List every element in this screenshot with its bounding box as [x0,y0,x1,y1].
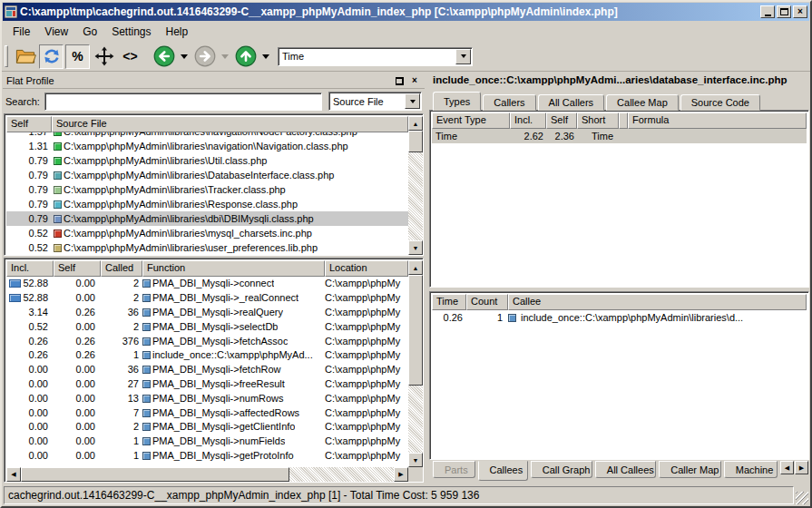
tab-scroll-left-button[interactable]: ◀ [780,461,794,474]
function-row[interactable]: 0.00 0.00 27 PMA_DBI_Mysqli->freeResult … [6,377,408,392]
file-row[interactable]: 0.79 C:\xampp\phpMyAdmin\libraries\Track… [6,182,408,197]
scrollbar-thumb[interactable] [408,131,423,152]
column-header-event-type[interactable]: Event Type [432,112,510,129]
column-header-self[interactable]: Self [6,116,52,132]
column-header-function[interactable]: Function [142,260,325,277]
function-row[interactable]: 0.00 0.00 13 PMA_DBI_Mysqli->numRows C:\… [6,391,408,405]
detail-tab[interactable]: All Callers [538,94,605,111]
event-type-dropdown-button[interactable] [455,49,471,64]
function-row[interactable]: 0.00 0.00 7 PMA_DBI_Mysqli->affectedRows… [6,405,408,420]
detail-tab[interactable]: Source Code [680,94,760,111]
scroll-up-button[interactable]: ▲ [408,260,423,275]
minimize-button[interactable] [760,5,775,18]
function-list-hscrollbar[interactable]: ◀ ▶ [6,467,408,482]
call-depth-button[interactable]: <> [118,44,142,69]
function-row[interactable]: 0.26 0.26 376 PMA_DBI_Mysqli->fetchAssoc… [6,334,408,348]
reload-button[interactable] [39,44,64,69]
menu-item[interactable]: Settings [104,24,158,40]
function-row[interactable]: 0.00 0.00 2 PMA_DBI_Mysqli->getClientInf… [6,420,408,435]
menu-item[interactable]: Help [159,24,196,40]
scrollbar-thumb[interactable] [408,275,423,386]
function-row[interactable]: 0.26 0.26 1 include_once::C:\xampp\phpMy… [6,348,408,363]
detail-tab[interactable]: Callee Map [606,94,679,111]
file-row[interactable]: 0.79 C:\xampp\phpMyAdmin\libraries\dbi\D… [6,211,408,226]
column-header-count[interactable]: Count [466,294,508,310]
scroll-right-button[interactable]: ▶ [394,467,408,482]
file-row[interactable]: 0.79 C:\xampp\phpMyAdmin\libraries\Respo… [6,197,408,211]
titlebar[interactable]: C:\xampp\tmp\cachegrind.out.1416463299-C… [3,3,809,21]
file-row[interactable]: 0.79 C:\xampp\phpMyAdmin\libraries\Util.… [6,153,408,168]
file-row[interactable]: 1.57 C:\xampp\phpMyAdmin\libraries\navig… [6,132,408,139]
maximize-button[interactable] [777,5,791,18]
toolbar: % <> [2,42,810,72]
dock-float-button[interactable] [393,74,406,86]
column-header-called[interactable]: Called [101,260,142,277]
forward-dropdown-arrow[interactable] [221,54,229,59]
scroll-down-button[interactable]: ▼ [408,453,423,467]
function-row[interactable]: 0.00 0.00 36 PMA_DBI_Mysqli->fetchRow C:… [6,363,408,377]
up-button[interactable] [233,44,258,69]
search-input[interactable] [44,93,322,111]
menu-item[interactable]: Go [75,24,104,40]
file-row[interactable]: 0.52 C:\xampp\phpMyAdmin\libraries\mysql… [6,226,408,240]
scroll-left-button[interactable]: ◀ [6,467,21,482]
function-row[interactable]: 0.00 0.00 1 PMA_DBI_Mysqli->getProtoInfo… [6,449,408,464]
file-row[interactable]: 0.52 C:\xampp\phpMyAdmin\libraries\user_… [6,240,408,255]
bottom-tab[interactable]: Caller Map [659,461,720,478]
menu-item[interactable]: File [5,24,37,40]
detail-tab[interactable]: Callers [483,94,535,111]
expand-all-button[interactable] [92,44,116,69]
resize-grip[interactable] [796,492,808,504]
column-header-formula[interactable]: Formula [628,112,807,129]
open-folder-icon [15,45,36,67]
file-list-vscrollbar[interactable]: ▲ ▼ [408,116,423,255]
detail-tab[interactable]: Types [433,92,481,111]
dock-close-button[interactable]: × [408,74,421,86]
file-row[interactable]: 0.79 C:\xampp\phpMyAdmin\libraries\Datab… [6,168,408,182]
scrollbar-thumb[interactable] [21,467,289,482]
open-file-button[interactable] [13,44,37,69]
function-list-vscrollbar[interactable]: ▲ ▼ [408,260,423,482]
column-header-self[interactable]: Self [546,112,577,129]
tab-scroll-right-button[interactable]: ▶ [795,461,808,474]
back-dropdown-arrow[interactable] [181,54,188,59]
column-header-location[interactable]: Location [325,260,408,277]
menu-item[interactable]: View [37,24,75,40]
file-color-icon [54,142,62,151]
function-row[interactable]: 0.00 0.00 1 PMA_DBI_Mysqli->numFields C:… [6,435,408,449]
column-header-incl[interactable]: Incl. [510,112,546,129]
up-dropdown-arrow[interactable] [262,54,269,59]
dock-title: Flat Profile [6,75,390,86]
bottom-tab[interactable]: All Callees [595,461,657,478]
group-by-select[interactable]: Source File [328,92,422,111]
toolbar-handle[interactable] [5,45,8,67]
callee-row[interactable]: 0.26 1 include_once::C:\xampp\phpMyAdmin… [432,310,807,325]
function-row[interactable]: 52.88 0.00 2 PMA_DBI_Mysqli->_realConnec… [6,291,408,306]
event-type-select[interactable]: Time [278,47,473,66]
column-header-time[interactable]: Time [432,294,466,310]
forward-button[interactable] [192,44,217,69]
scroll-up-button[interactable]: ▲ [408,116,423,131]
file-color-icon [54,157,62,165]
file-color-icon [54,200,62,209]
back-button[interactable] [152,44,176,69]
column-header-short[interactable]: Short [577,112,619,129]
bottom-tab[interactable]: Parts [433,461,475,478]
scroll-down-button[interactable]: ▼ [408,240,423,255]
bottom-tab[interactable]: Callees [478,461,528,481]
file-row[interactable]: 1.31 C:\xampp\phpMyAdmin\libraries\navig… [6,139,408,153]
close-button[interactable]: × [793,5,807,18]
group-by-dropdown-button[interactable] [405,93,420,109]
column-header-callee[interactable]: Callee [508,294,807,310]
function-row[interactable]: 52.88 0.00 2 PMA_DBI_Mysqli->connect C:\… [6,277,408,291]
function-row[interactable]: 3.14 0.26 36 PMA_DBI_Mysqli->realQuery C… [6,306,408,320]
column-header-incl[interactable]: Incl. [6,260,54,277]
function-icon [508,314,516,322]
column-header-source-file[interactable]: Source File [52,116,408,132]
bottom-tab[interactable]: Call Graph [531,461,592,478]
column-header-self[interactable]: Self [54,260,101,277]
function-row[interactable]: 0.52 0.00 2 PMA_DBI_Mysqli->selectDb C:\… [6,319,408,334]
bottom-tab[interactable]: Machine [724,461,778,478]
event-type-row[interactable]: Time 2.62 2.36 Time [432,129,807,143]
relative-percent-button[interactable]: % [65,44,90,69]
